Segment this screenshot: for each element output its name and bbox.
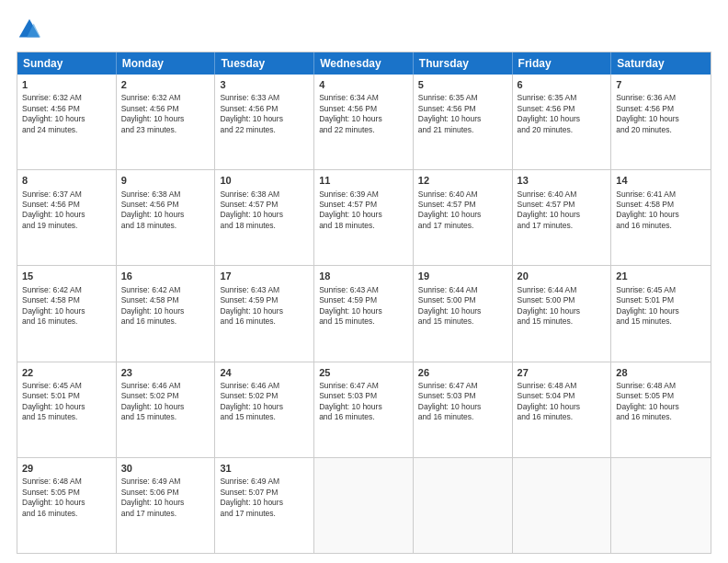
day-number: 14 <box>616 174 706 187</box>
day-info: Sunrise: 6:43 AM Sunset: 4:59 PM Dayligh… <box>220 285 309 327</box>
header-day-monday: Monday <box>117 52 216 75</box>
table-row: 10Sunrise: 6:38 AM Sunset: 4:57 PM Dayli… <box>215 170 314 265</box>
table-row: 23Sunrise: 6:46 AM Sunset: 5:02 PM Dayli… <box>117 362 216 457</box>
day-info: Sunrise: 6:48 AM Sunset: 5:05 PM Dayligh… <box>22 477 111 519</box>
day-info: Sunrise: 6:45 AM Sunset: 5:01 PM Dayligh… <box>22 381 111 423</box>
day-number: 22 <box>22 366 111 379</box>
table-row: 18Sunrise: 6:43 AM Sunset: 4:59 PM Dayli… <box>314 266 414 361</box>
table-row: 13Sunrise: 6:40 AM Sunset: 4:57 PM Dayli… <box>513 170 612 265</box>
day-info: Sunrise: 6:47 AM Sunset: 5:03 PM Dayligh… <box>319 381 408 423</box>
table-row: 21Sunrise: 6:45 AM Sunset: 5:01 PM Dayli… <box>611 266 711 361</box>
day-info: Sunrise: 6:42 AM Sunset: 4:58 PM Dayligh… <box>22 285 111 327</box>
table-row: 7Sunrise: 6:36 AM Sunset: 4:56 PM Daylig… <box>611 75 711 169</box>
day-number: 20 <box>518 270 607 282</box>
day-number: 11 <box>319 174 408 187</box>
day-info: Sunrise: 6:48 AM Sunset: 5:04 PM Dayligh… <box>518 381 607 423</box>
day-info: Sunrise: 6:44 AM Sunset: 5:00 PM Dayligh… <box>518 285 607 327</box>
day-number: 13 <box>518 174 607 187</box>
header-day-thursday: Thursday <box>414 52 513 75</box>
day-info: Sunrise: 6:38 AM Sunset: 4:56 PM Dayligh… <box>121 190 210 232</box>
table-row: 12Sunrise: 6:40 AM Sunset: 4:57 PM Dayli… <box>414 170 513 265</box>
day-number: 26 <box>418 366 507 379</box>
table-row <box>513 458 612 553</box>
table-row: 30Sunrise: 6:49 AM Sunset: 5:06 PM Dayli… <box>117 458 216 553</box>
day-number: 2 <box>121 78 210 91</box>
day-number: 6 <box>518 78 607 91</box>
table-row: 2Sunrise: 6:32 AM Sunset: 4:56 PM Daylig… <box>117 75 216 169</box>
day-info: Sunrise: 6:47 AM Sunset: 5:03 PM Dayligh… <box>418 381 507 423</box>
calendar-body: 1Sunrise: 6:32 AM Sunset: 4:56 PM Daylig… <box>17 75 711 553</box>
table-row: 27Sunrise: 6:48 AM Sunset: 5:04 PM Dayli… <box>513 362 612 457</box>
day-info: Sunrise: 6:36 AM Sunset: 4:56 PM Dayligh… <box>616 93 706 135</box>
table-row <box>414 458 513 553</box>
calendar-row-3: 15Sunrise: 6:42 AM Sunset: 4:58 PM Dayli… <box>17 265 711 361</box>
day-number: 25 <box>319 366 408 379</box>
day-info: Sunrise: 6:34 AM Sunset: 4:56 PM Dayligh… <box>319 93 408 135</box>
day-number: 10 <box>220 174 309 187</box>
table-row: 24Sunrise: 6:46 AM Sunset: 5:02 PM Dayli… <box>215 362 314 457</box>
table-row: 16Sunrise: 6:42 AM Sunset: 4:58 PM Dayli… <box>117 266 216 361</box>
day-number: 7 <box>616 78 706 91</box>
table-row <box>611 458 711 553</box>
day-info: Sunrise: 6:48 AM Sunset: 5:05 PM Dayligh… <box>616 381 706 423</box>
table-row: 15Sunrise: 6:42 AM Sunset: 4:58 PM Dayli… <box>17 266 117 361</box>
day-number: 4 <box>319 78 408 91</box>
header-day-tuesday: Tuesday <box>215 52 314 75</box>
calendar-row-1: 1Sunrise: 6:32 AM Sunset: 4:56 PM Daylig… <box>17 75 711 169</box>
table-row: 22Sunrise: 6:45 AM Sunset: 5:01 PM Dayli… <box>17 362 117 457</box>
day-number: 23 <box>121 366 210 379</box>
day-number: 1 <box>22 78 111 91</box>
table-row: 8Sunrise: 6:37 AM Sunset: 4:56 PM Daylig… <box>17 170 117 265</box>
day-info: Sunrise: 6:35 AM Sunset: 4:56 PM Dayligh… <box>518 93 607 135</box>
day-number: 31 <box>220 462 309 475</box>
table-row: 29Sunrise: 6:48 AM Sunset: 5:05 PM Dayli… <box>17 458 117 553</box>
day-info: Sunrise: 6:40 AM Sunset: 4:57 PM Dayligh… <box>518 190 607 232</box>
day-number: 19 <box>418 270 507 282</box>
table-row: 14Sunrise: 6:41 AM Sunset: 4:58 PM Dayli… <box>611 170 711 265</box>
day-info: Sunrise: 6:40 AM Sunset: 4:57 PM Dayligh… <box>418 190 507 232</box>
day-info: Sunrise: 6:33 AM Sunset: 4:56 PM Dayligh… <box>220 93 309 135</box>
page: SundayMondayTuesdayWednesdayThursdayFrid… <box>0 0 728 563</box>
table-row <box>314 458 414 553</box>
table-row: 26Sunrise: 6:47 AM Sunset: 5:03 PM Dayli… <box>414 362 513 457</box>
logo-icon <box>17 17 42 42</box>
day-info: Sunrise: 6:46 AM Sunset: 5:02 PM Dayligh… <box>220 381 309 423</box>
calendar: SundayMondayTuesdayWednesdayThursdayFrid… <box>17 52 711 554</box>
day-number: 5 <box>418 78 507 91</box>
day-info: Sunrise: 6:32 AM Sunset: 4:56 PM Dayligh… <box>22 93 111 135</box>
day-number: 27 <box>518 366 607 379</box>
table-row: 20Sunrise: 6:44 AM Sunset: 5:00 PM Dayli… <box>513 266 612 361</box>
table-row: 3Sunrise: 6:33 AM Sunset: 4:56 PM Daylig… <box>215 75 314 169</box>
table-row: 1Sunrise: 6:32 AM Sunset: 4:56 PM Daylig… <box>17 75 117 169</box>
day-info: Sunrise: 6:45 AM Sunset: 5:01 PM Dayligh… <box>616 285 706 327</box>
day-info: Sunrise: 6:49 AM Sunset: 5:06 PM Dayligh… <box>121 477 210 519</box>
header <box>17 17 711 42</box>
header-day-sunday: Sunday <box>17 52 117 75</box>
day-info: Sunrise: 6:49 AM Sunset: 5:07 PM Dayligh… <box>220 477 309 519</box>
day-number: 9 <box>121 174 210 187</box>
table-row: 19Sunrise: 6:44 AM Sunset: 5:00 PM Dayli… <box>414 266 513 361</box>
table-row: 4Sunrise: 6:34 AM Sunset: 4:56 PM Daylig… <box>314 75 414 169</box>
table-row: 6Sunrise: 6:35 AM Sunset: 4:56 PM Daylig… <box>513 75 612 169</box>
table-row: 25Sunrise: 6:47 AM Sunset: 5:03 PM Dayli… <box>314 362 414 457</box>
day-number: 17 <box>220 270 309 282</box>
calendar-header: SundayMondayTuesdayWednesdayThursdayFrid… <box>17 52 711 75</box>
day-number: 12 <box>418 174 507 187</box>
day-number: 29 <box>22 462 111 475</box>
table-row: 31Sunrise: 6:49 AM Sunset: 5:07 PM Dayli… <box>215 458 314 553</box>
table-row: 9Sunrise: 6:38 AM Sunset: 4:56 PM Daylig… <box>117 170 216 265</box>
day-number: 3 <box>220 78 309 91</box>
table-row: 28Sunrise: 6:48 AM Sunset: 5:05 PM Dayli… <box>611 362 711 457</box>
header-day-friday: Friday <box>513 52 612 75</box>
logo <box>17 17 46 42</box>
day-info: Sunrise: 6:38 AM Sunset: 4:57 PM Dayligh… <box>220 190 309 232</box>
calendar-row-4: 22Sunrise: 6:45 AM Sunset: 5:01 PM Dayli… <box>17 362 711 457</box>
table-row: 17Sunrise: 6:43 AM Sunset: 4:59 PM Dayli… <box>215 266 314 361</box>
table-row: 11Sunrise: 6:39 AM Sunset: 4:57 PM Dayli… <box>314 170 414 265</box>
day-number: 8 <box>22 174 111 187</box>
day-info: Sunrise: 6:43 AM Sunset: 4:59 PM Dayligh… <box>319 285 408 327</box>
calendar-row-5: 29Sunrise: 6:48 AM Sunset: 5:05 PM Dayli… <box>17 457 711 553</box>
day-info: Sunrise: 6:44 AM Sunset: 5:00 PM Dayligh… <box>418 285 507 327</box>
day-info: Sunrise: 6:39 AM Sunset: 4:57 PM Dayligh… <box>319 190 408 232</box>
day-info: Sunrise: 6:35 AM Sunset: 4:56 PM Dayligh… <box>418 93 507 135</box>
